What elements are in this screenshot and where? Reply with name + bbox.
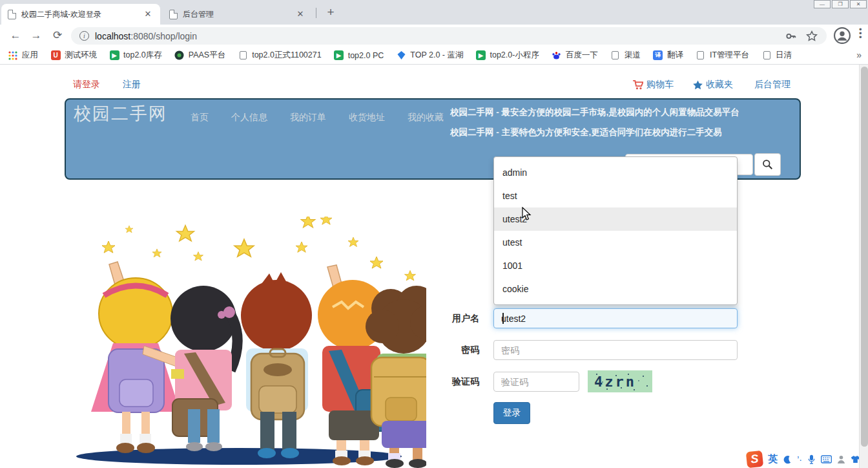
ime-moon-icon[interactable] [783,455,792,464]
login-link[interactable]: 请登录 [73,79,100,90]
kid-curly-boy [366,286,426,468]
close-button[interactable]: ✕ [850,0,867,8]
key-icon[interactable] [785,30,797,42]
favorites-link[interactable]: 收藏夹 [693,79,733,90]
star-icon [693,80,703,90]
back-button[interactable]: ← [8,28,23,43]
site-slogan-2: 校园二手网 - 主要特色为方便和安全,更适合同学们在校内进行二手交易 [450,127,722,138]
minimize-button[interactable]: — [814,0,831,8]
autocomplete-option[interactable]: admin [494,161,737,184]
children-illustration [68,217,426,468]
cart-icon [633,80,643,90]
tab-divider [316,8,316,18]
bookmarks-overflow-chevron[interactable]: » [856,50,862,60]
url-text[interactable]: localhost:8080/shop/login [95,31,785,41]
scrollbar-thumb[interactable] [861,67,868,447]
autocomplete-option[interactable]: test [494,184,737,207]
bookmark-item[interactable]: ▶ top2.0-小程序 [475,50,539,61]
play-icon: ▶ [334,50,344,61]
bookmark-item[interactable]: IT管理平台 [696,50,749,61]
ime-language-toggle[interactable]: 英 [768,453,778,465]
restore-button[interactable]: ❐ [832,0,849,8]
nav-item-favorites[interactable]: 我的收藏 [408,112,444,123]
url-bar[interactable]: i localhost:8080/shop/login [71,27,827,45]
autocomplete-option[interactable]: 1001 [494,254,737,277]
bookmark-item[interactable]: top2.0正式1100271 [238,50,322,61]
site-slogan-1: 校园二手网 - 最安全方便的校园二手市场,是校园内的个人闲置物品交易平台 [450,107,739,118]
captcha-image[interactable]: 4zrn [588,370,652,392]
captcha-input[interactable] [493,372,579,392]
ime-toolbar: S 英 ’· [743,451,864,468]
bookmark-item[interactable]: ▶ top2.0 PC [334,50,384,61]
bookmark-item[interactable]: 日清 [761,50,792,61]
site-info-icon[interactable]: i [79,31,89,41]
new-tab-button[interactable]: + [323,5,338,21]
page-icon [696,50,706,61]
tab-title: 校园二手商城-欢迎登录 [21,9,137,20]
captcha-text: 4zrn [594,374,636,390]
text-caret [502,313,504,324]
tab-close-icon[interactable]: ✕ [142,8,154,20]
forward-button[interactable]: → [28,28,44,43]
page-favicon-icon [169,10,178,19]
stars [102,217,416,281]
refresh-button[interactable]: ⟳ [50,28,65,43]
ime-profile-icon[interactable] [837,455,845,464]
bookmark-apps[interactable]: 应用 [8,50,38,61]
window-controls: — ❐ ✕ [814,0,867,8]
page-icon [610,50,621,61]
lanhu-logo-icon [396,50,406,61]
username-input[interactable] [493,308,738,328]
paas-logo-icon [174,50,185,61]
page-favicon-icon [8,10,16,19]
bookmarks-bar: 应用 U 测试环境 ▶ top2.0库存 PAAS平台 top2.0正式1100… [0,47,868,65]
login-button[interactable]: 登录 [493,402,530,424]
bookmark-item[interactable]: ▶ top2.0库存 [109,50,162,61]
ime-keyboard-icon[interactable] [821,455,832,463]
autocomplete-option[interactable]: cookie [494,277,737,301]
bookmark-item[interactable]: 译 翻译 [653,50,683,61]
tab-strip: 校园二手商城-欢迎登录 ✕ 后台管理 ✕ + — ❐ ✕ [0,0,868,25]
mouse-cursor [522,207,532,221]
profile-avatar-icon[interactable] [834,27,851,44]
cart-link[interactable]: 购物车 [633,79,674,90]
site-logo[interactable]: 校园二手网 [74,102,167,125]
password-input[interactable] [493,340,738,360]
nav-item-orders[interactable]: 我的订单 [290,112,326,123]
ime-punctuation-icon[interactable]: ’· [797,454,802,465]
username-autocomplete-dropdown: admin test utest2 utest 1001 cookie [493,156,738,305]
admin-link[interactable]: 后台管理 [754,79,790,90]
play-icon: ▶ [475,50,486,61]
web-page: 请登录 注册 购物车 收藏夹 后台管理 校园二手网 首页 个人信息 我的订单 收… [0,65,868,468]
search-button[interactable] [754,153,781,176]
register-link[interactable]: 注册 [123,79,141,90]
page-icon [761,50,772,61]
chrome-menu-icon[interactable]: ••• [859,28,862,39]
translate-icon: 译 [653,50,663,61]
bookmark-item[interactable]: 渠道 [610,50,641,61]
u-logo-icon: U [50,50,61,61]
bookmark-star-icon[interactable] [806,30,818,42]
ime-mic-icon[interactable] [807,454,816,464]
browser-toolbar: ← → ⟳ i localhost:8080/shop/login ••• [0,25,868,47]
kid-redhead-boy [241,272,312,458]
bookmark-item[interactable]: 百度一下 [552,50,598,61]
bookmark-item[interactable]: U 测试环境 [50,50,97,61]
sogou-logo-icon[interactable]: S [746,451,763,468]
page-scrollbar[interactable] [859,65,868,468]
apps-grid-icon [8,50,18,61]
nav-item-address[interactable]: 收货地址 [349,112,385,123]
baidu-paw-icon [552,50,562,61]
tab-title: 后台管理 [183,9,289,20]
tab-shop-login[interactable]: 校园二手商城-欢迎登录 ✕ [1,4,160,25]
autocomplete-option[interactable]: utest [494,231,737,254]
tab-admin[interactable]: 后台管理 ✕ [163,4,313,25]
nav-item-profile[interactable]: 个人信息 [231,112,267,123]
tab-close-icon[interactable]: ✕ [294,8,306,20]
bookmark-item[interactable]: PAAS平台 [174,50,225,61]
bookmark-item[interactable]: TOP 2.0 - 蓝湖 [396,50,463,61]
play-icon: ▶ [109,50,119,61]
search-icon [762,159,773,170]
page-icon [238,50,248,61]
nav-item-home[interactable]: 首页 [191,112,209,123]
